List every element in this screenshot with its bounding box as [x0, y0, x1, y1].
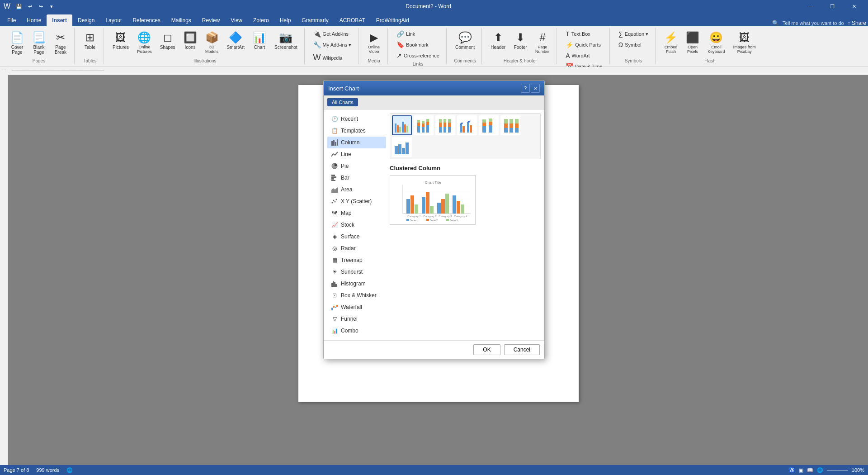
ribbon-bookmark-button[interactable]: 🔖 Bookmark	[393, 40, 443, 50]
tab-grammarly[interactable]: Grammarly	[296, 14, 334, 26]
chart-type-funnel[interactable]: ▽ Funnel	[327, 313, 386, 325]
bookmark-icon: 🔖	[396, 41, 404, 48]
chart-type-radar[interactable]: ◎ Radar	[327, 242, 386, 254]
ribbon-screenshot-button[interactable]: 📷 Screenshot	[271, 29, 301, 52]
ribbon-header-button[interactable]: ⬆ Header	[487, 29, 509, 52]
ribbon-online-pictures-button[interactable]: 🌐 OnlinePictures	[134, 29, 155, 56]
tab-insert[interactable]: Insert	[47, 14, 72, 26]
close-button[interactable]: ✕	[844, 0, 864, 13]
ribbon-page-number-button[interactable]: # PageNumber	[532, 29, 553, 56]
chart-type-column[interactable]: Column	[327, 137, 386, 148]
variant-clustered-column[interactable]	[392, 115, 412, 135]
tell-me-input[interactable]: Tell me what you want to do	[783, 20, 844, 26]
ribbon-icons-button[interactable]: 🔲 Icons	[180, 29, 200, 52]
ribbon-chart-button[interactable]: 📊 Chart	[250, 29, 269, 52]
ribbon-wikipedia-button[interactable]: W Wikipedia	[310, 51, 354, 66]
qa-save-button[interactable]: 💾	[14, 1, 24, 11]
tab-help[interactable]: Help	[274, 14, 297, 26]
ribbon-pictures-button[interactable]: 🖼 Pictures	[109, 29, 132, 52]
chart-type-templates[interactable]: 📋 Templates	[327, 125, 386, 137]
ribbon-footer-button[interactable]: ⬇ Footer	[510, 29, 530, 52]
tab-mailings[interactable]: Mailings	[166, 14, 197, 26]
chart-type-box-whisker[interactable]: ⊡ Box & Whisker	[327, 290, 386, 301]
variant-stacked-column[interactable]	[414, 115, 434, 135]
ribbon-textbox-button[interactable]: T Text Box	[562, 29, 606, 39]
chart-type-waterfall[interactable]: Waterfall	[327, 301, 386, 313]
variant-100-stacked-column[interactable]	[435, 115, 455, 135]
chart-type-combo[interactable]: 📊 Combo	[327, 325, 386, 337]
ribbon-get-addins-button[interactable]: 🔌 Get Add-ins	[310, 29, 354, 39]
restore-button[interactable]: ❐	[822, 0, 843, 13]
ribbon-equation-button[interactable]: ∑ Equation ▾	[615, 29, 651, 39]
chart-type-bar[interactable]: Bar	[327, 172, 386, 184]
svg-rect-56	[489, 122, 492, 125]
ribbon-link-button[interactable]: 🔗 Link	[393, 29, 443, 39]
share-button[interactable]: ↑ Share	[848, 20, 866, 26]
variant-3d-column[interactable]	[392, 137, 412, 157]
ribbon-comment-button[interactable]: 💬 Comment	[452, 29, 478, 52]
dialog-help-button[interactable]: ?	[521, 84, 530, 93]
tab-design[interactable]: Design	[72, 14, 100, 26]
ribbon-emoji-keyboard-button[interactable]: 😀 EmojiKeyboard	[704, 29, 728, 56]
ribbon-quick-parts-button[interactable]: ⚡ Quick Parts	[562, 40, 606, 50]
chart-type-pie[interactable]: Pie	[327, 160, 386, 172]
cancel-button[interactable]: Cancel	[504, 344, 540, 355]
view-reading-icon[interactable]: 📖	[807, 467, 813, 473]
minimize-button[interactable]: —	[800, 0, 821, 13]
all-charts-tab[interactable]: All Charts	[327, 98, 358, 106]
chart-type-xy-label: X Y (Scatter)	[341, 198, 372, 204]
tab-review[interactable]: Review	[197, 14, 225, 26]
tab-layout[interactable]: Layout	[100, 14, 127, 26]
variant-3d-100-stacked-column[interactable]	[500, 115, 520, 135]
ribbon-cover-page-button[interactable]: 📄 CoverPage	[7, 29, 27, 57]
chart-type-stock[interactable]: 📈 Stock	[327, 219, 386, 231]
chart-preview: Chart Title	[390, 175, 476, 225]
ribbon-shapes-button[interactable]: ◻ Shapes	[157, 29, 179, 52]
ribbon-embed-flash-button[interactable]: ⚡ EmbedFlash	[661, 29, 681, 56]
ribbon-symbol-button[interactable]: Ω Symbol	[615, 40, 651, 50]
line-chart-icon	[331, 151, 338, 158]
ribbon-page-break-button[interactable]: ✂ PageBreak	[51, 29, 71, 57]
bar-chart-icon	[331, 174, 338, 181]
symbol-label: Symbol	[625, 42, 642, 48]
chart-type-surface-label: Surface	[341, 233, 359, 240]
variant-3d-stacked-column[interactable]	[479, 115, 499, 135]
chart-type-sunburst[interactable]: ☀ Sunburst	[327, 266, 386, 278]
chart-type-line[interactable]: Line	[327, 148, 386, 160]
ribbon-cross-reference-button[interactable]: ↗ Cross-reference	[393, 51, 443, 61]
ribbon-table-button[interactable]: ⊞ Table	[80, 29, 100, 52]
ribbon-wordart-button[interactable]: A WordArt	[562, 51, 606, 61]
ribbon-online-video-button[interactable]: ▶ OnlineVideo	[364, 29, 384, 56]
dialog-close-button[interactable]: ✕	[531, 84, 540, 93]
chart-type-area[interactable]: Area	[327, 184, 386, 195]
ribbon-my-addins-button[interactable]: 🔧 My Add-ins ▾	[310, 40, 354, 50]
tab-acrobat[interactable]: ACROBAT	[334, 14, 371, 26]
ribbon-pixabay-button[interactable]: 🖼 Images fromPixabay	[730, 29, 759, 56]
chart-type-histogram[interactable]: Histogram	[327, 278, 386, 290]
qa-redo-button[interactable]: ↪	[36, 1, 46, 11]
chart-type-recent[interactable]: 🕐 Recent	[327, 113, 386, 125]
tab-references[interactable]: References	[127, 14, 165, 26]
variant-3d-clustered-column[interactable]	[457, 115, 477, 135]
tab-prowritingaid[interactable]: ProWritingAid	[371, 14, 415, 26]
chart-type-xy-scatter[interactable]: X Y (Scatter)	[327, 195, 386, 207]
tab-view[interactable]: View	[225, 14, 248, 26]
header-icon: ⬆	[494, 31, 503, 44]
chart-type-treemap[interactable]: ▦ Treemap	[327, 254, 386, 266]
ok-button[interactable]: OK	[473, 344, 500, 355]
tab-zotero[interactable]: Zotero	[248, 14, 274, 26]
qa-undo-button[interactable]: ↩	[25, 1, 35, 11]
tab-home[interactable]: Home	[21, 14, 47, 26]
view-web-icon[interactable]: 🌐	[817, 467, 823, 473]
ribbon-smartart-button[interactable]: 🔷 SmartArt	[224, 29, 248, 52]
chart-type-surface[interactable]: ◈ Surface	[327, 231, 386, 242]
ribbon-blank-page-button[interactable]: 📃 BlankPage	[29, 29, 49, 57]
tab-file[interactable]: File	[2, 14, 21, 26]
view-normal-icon[interactable]: ▣	[799, 467, 803, 473]
qa-customize-button[interactable]: ▾	[47, 1, 57, 11]
ribbon-open-pixels-button[interactable]: ⬛ OpenPixels	[683, 29, 703, 56]
chart-type-map[interactable]: 🗺 Map	[327, 207, 386, 219]
svg-rect-31	[422, 127, 425, 133]
zoom-slider[interactable]: ──────	[827, 467, 848, 473]
ribbon-3d-models-button[interactable]: 📦 3DModels	[202, 29, 222, 56]
